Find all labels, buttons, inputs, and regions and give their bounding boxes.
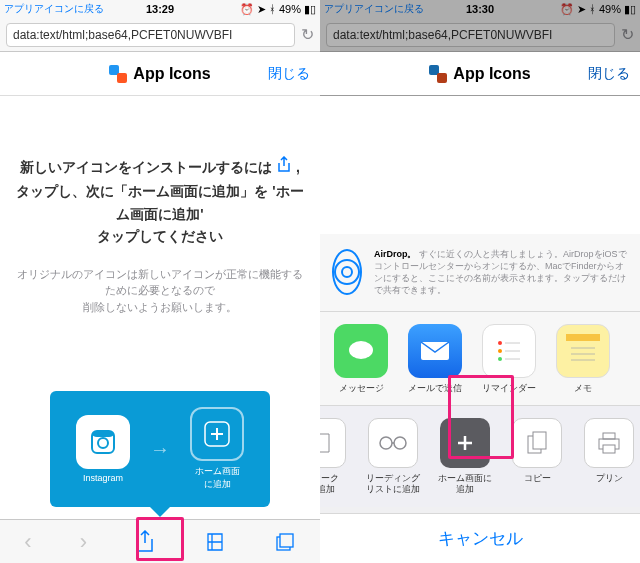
- address-bar: data:text/html;base64,PCFET0NUWVBFI ↻: [0, 18, 320, 52]
- page-header: App Icons 閉じる: [320, 52, 640, 96]
- action-reading-list[interactable]: リーディング リストに追加: [364, 418, 422, 495]
- svg-rect-24: [603, 445, 615, 453]
- page-title: App Icons: [453, 65, 530, 83]
- tooltip-target-label: ホーム画面 に追加: [195, 465, 240, 491]
- svg-point-10: [498, 357, 502, 361]
- glasses-icon: [368, 418, 418, 468]
- share-actions-row: クマーク に追加 リーディング リストに追加 ホーム画面に 追加 コピー プリン: [320, 406, 640, 507]
- tooltip: Instagram → ホーム画面 に追加: [50, 391, 270, 507]
- arrow-icon: →: [150, 438, 170, 461]
- location-icon: ➤: [257, 3, 266, 16]
- svg-point-18: [380, 437, 392, 449]
- share-icon[interactable]: [135, 530, 155, 554]
- svg-point-19: [394, 437, 406, 449]
- back-icon[interactable]: ‹: [24, 529, 31, 555]
- svg-rect-5: [280, 534, 293, 547]
- location-icon: ➤: [577, 3, 586, 16]
- share-messages[interactable]: メッセージ: [332, 324, 390, 394]
- messages-icon: [334, 324, 388, 378]
- share-icon: [276, 161, 292, 177]
- bookmarks-icon[interactable]: [204, 531, 226, 553]
- instruction-sub: オリジナルのアイコンは新しいアイコンが正常に機能するために必要となるので 削除し…: [14, 266, 306, 316]
- close-button[interactable]: 閉じる: [588, 65, 630, 83]
- mail-icon: [408, 324, 462, 378]
- action-print[interactable]: プリン: [580, 418, 638, 495]
- forward-icon[interactable]: ›: [80, 529, 87, 555]
- svg-point-1: [98, 438, 108, 448]
- url-field[interactable]: data:text/html;base64,PCFET0NUWVBFI: [6, 23, 295, 47]
- cancel-button[interactable]: キャンセル: [320, 513, 640, 563]
- action-add-home[interactable]: ホーム画面に 追加: [436, 418, 494, 495]
- screenshot-right: アプリアイコンに戻る 13:30 ⏰ ➤ ᚼ 49% ▮▯ data:text/…: [320, 0, 640, 563]
- back-to-app[interactable]: アプリアイコンに戻る: [324, 2, 424, 16]
- app-logo-icon: [109, 65, 127, 83]
- app-logo-icon: [429, 65, 447, 83]
- plus-icon: [440, 418, 490, 468]
- battery-percent: 49%: [599, 3, 621, 15]
- page-header: App Icons 閉じる: [0, 52, 320, 96]
- svg-rect-2: [92, 431, 114, 437]
- share-mail[interactable]: メールで送信: [406, 324, 464, 394]
- back-to-app[interactable]: アプリアイコンに戻る: [4, 2, 104, 16]
- svg-point-8: [498, 341, 502, 345]
- battery-icon: ▮▯: [304, 3, 316, 16]
- airdrop-title: AirDrop。: [374, 249, 417, 259]
- instagram-icon: [76, 415, 130, 469]
- status-time: 13:30: [466, 3, 494, 15]
- safari-toolbar: ‹ ›: [0, 519, 320, 563]
- reminders-icon: [482, 324, 536, 378]
- tooltip-source-label: Instagram: [83, 473, 123, 483]
- notes-icon: [556, 324, 610, 378]
- action-copy[interactable]: コピー: [508, 418, 566, 495]
- airdrop-row[interactable]: AirDrop。 すぐに近くの人と共有しましょう。AirDropをiOSでコント…: [320, 234, 640, 312]
- share-sheet: AirDrop。 すぐに近くの人と共有しましょう。AirDropをiOSでコント…: [320, 234, 640, 563]
- content-area: 新しいアイコンをインストールするには ,タップし、次に「ホーム画面に追加」を '…: [0, 96, 320, 315]
- tabs-icon[interactable]: [274, 531, 296, 553]
- share-notes[interactable]: メモ: [554, 324, 612, 394]
- bluetooth-icon: ᚼ: [269, 3, 276, 15]
- reload-icon[interactable]: ↻: [621, 25, 634, 44]
- bookmark-icon: [320, 418, 346, 468]
- action-bookmark[interactable]: クマーク に追加: [320, 418, 350, 495]
- status-bar: アプリアイコンに戻る 13:30 ⏰ ➤ ᚼ 49% ▮▯: [320, 0, 640, 18]
- alarm-icon: ⏰: [240, 3, 254, 16]
- svg-rect-23: [603, 433, 615, 439]
- add-home-icon: [190, 407, 244, 461]
- svg-point-6: [349, 341, 373, 359]
- share-apps-row: メッセージ メールで送信 リマインダー メモ: [320, 312, 640, 407]
- svg-rect-14: [566, 334, 600, 341]
- battery-icon: ▮▯: [624, 3, 636, 16]
- status-bar: アプリアイコンに戻る 13:29 ⏰ ➤ ᚼ 49% ▮▯: [0, 0, 320, 18]
- bluetooth-icon: ᚼ: [589, 3, 596, 15]
- copy-icon: [512, 418, 562, 468]
- svg-rect-21: [533, 432, 546, 449]
- status-time: 13:29: [146, 3, 174, 15]
- svg-point-9: [498, 349, 502, 353]
- reload-icon[interactable]: ↻: [301, 25, 314, 44]
- address-bar: data:text/html;base64,PCFET0NUWVBFI ↻: [320, 18, 640, 52]
- print-icon: [584, 418, 634, 468]
- page-title: App Icons: [133, 65, 210, 83]
- url-field[interactable]: data:text/html;base64,PCFET0NUWVBFI: [326, 23, 615, 47]
- alarm-icon: ⏰: [560, 3, 574, 16]
- close-button[interactable]: 閉じる: [268, 65, 310, 83]
- screenshot-left: アプリアイコンに戻る 13:29 ⏰ ➤ ᚼ 49% ▮▯ data:text/…: [0, 0, 320, 563]
- battery-percent: 49%: [279, 3, 301, 15]
- share-reminders[interactable]: リマインダー: [480, 324, 538, 394]
- instruction-main: 新しいアイコンをインストールするには ,タップし、次に「ホーム画面に追加」を '…: [14, 156, 306, 248]
- airdrop-icon: [332, 249, 362, 295]
